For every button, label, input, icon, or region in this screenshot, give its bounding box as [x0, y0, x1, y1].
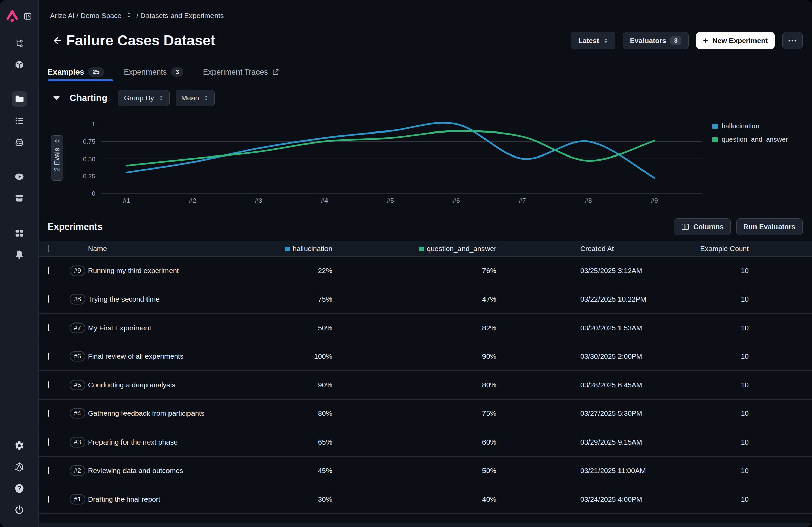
active-tab-indicator: [48, 79, 113, 81]
row-checkbox[interactable]: [48, 381, 49, 388]
evals-chart: 2 Evals 10.750.500.250#1#2#3#4#5#6#7#8#9…: [39, 115, 812, 216]
row-checkbox[interactable]: [48, 267, 49, 274]
question-and-answer-swatch: [419, 247, 424, 252]
svg-text:#8: #8: [585, 197, 592, 204]
main-content: Arize AI / Demo Space / Datasets and Exp…: [39, 0, 812, 527]
created-at: 03/29/2025 9:15AM: [580, 438, 642, 446]
page-header: Failure Cases Dataset Latest Evaluators …: [50, 31, 802, 50]
run-evaluators-button[interactable]: Run Evaluators: [736, 219, 802, 235]
integrations-icon[interactable]: [12, 460, 27, 475]
table-row[interactable]: #6 Final review of all experiments 100% …: [39, 343, 812, 371]
sidebar-item-playground[interactable]: [12, 169, 27, 184]
svg-text:0.25: 0.25: [83, 173, 96, 180]
row-checkbox[interactable]: [48, 324, 49, 331]
charting-controls: Charting Group By Mean: [54, 90, 215, 106]
breadcrumb-section[interactable]: / Datasets and Experiments: [136, 12, 223, 20]
sidebar-item-archive[interactable]: [12, 191, 27, 206]
evals-panel-toggle[interactable]: 2 Evals: [51, 135, 63, 181]
legend-item-question_and_answer[interactable]: question_and_answer: [712, 136, 788, 143]
svg-text:#2: #2: [189, 197, 196, 204]
sidebar-item-models[interactable]: [12, 57, 27, 72]
row-checkbox[interactable]: [48, 352, 49, 360]
experiments-table-body: #9 Running my third experiment 22% 76% 0…: [39, 257, 812, 514]
table-row[interactable]: #9 Running my third experiment 22% 76% 0…: [39, 257, 812, 285]
space-switcher-icon[interactable]: [126, 12, 132, 20]
table-footer-strip: [39, 523, 812, 527]
aggregation-select[interactable]: Mean: [176, 90, 215, 106]
svg-text:1: 1: [92, 121, 96, 128]
sidebar-divider: [12, 217, 27, 217]
ellipsis-icon: [788, 39, 797, 42]
evaluators-button[interactable]: Evaluators 3: [623, 32, 688, 49]
evals-chart-svg: 10.750.500.250#1#2#3#4#5#6#7#8#9: [39, 115, 812, 216]
row-checkbox[interactable]: [48, 296, 49, 303]
column-header-question-and-answer[interactable]: question_and_answer: [419, 245, 497, 253]
table-row[interactable]: #2 Reviewing data and outcomes 45% 50% 0…: [39, 457, 812, 485]
experiment-number-badge: #3: [70, 437, 85, 447]
svg-text:0.75: 0.75: [83, 138, 96, 145]
experiment-number-badge: #4: [70, 408, 85, 419]
column-header-name[interactable]: Name: [88, 245, 107, 253]
sidebar-divider: [12, 81, 27, 81]
sidebar-item-notifications[interactable]: [12, 247, 27, 262]
sidebar-item-apps[interactable]: [12, 225, 27, 241]
row-checkbox[interactable]: [48, 438, 49, 446]
row-checkbox[interactable]: [48, 410, 49, 417]
power-icon[interactable]: [12, 502, 27, 517]
column-header-hallucination[interactable]: hallucination: [285, 245, 332, 253]
sidebar-item-storage[interactable]: [12, 135, 27, 150]
experiment-number-badge: #8: [70, 294, 85, 304]
svg-text:#7: #7: [519, 197, 526, 204]
legend-label: hallucination: [722, 122, 759, 130]
settings-icon[interactable]: [12, 438, 27, 453]
legend-item-hallucination[interactable]: hallucination: [712, 122, 788, 130]
table-row[interactable]: #8 Trying the second time 75% 47% 03/22/…: [39, 285, 812, 314]
table-row[interactable]: #3 Preparing for the next phase 65% 60% …: [39, 428, 812, 457]
experiment-name[interactable]: Conducting a deep analysis: [88, 381, 175, 389]
table-row[interactable]: #7 My First Experiment 50% 82% 03/20/202…: [39, 314, 812, 343]
table-row[interactable]: #5 Conducting a deep analysis 90% 80% 03…: [39, 371, 812, 400]
group-by-select[interactable]: Group By: [118, 90, 170, 106]
back-button[interactable]: [50, 34, 63, 47]
hallucination-score: 90%: [318, 381, 332, 389]
column-header-created-at[interactable]: Created At: [580, 245, 614, 253]
experiment-name[interactable]: Running my third experiment: [88, 267, 179, 275]
sidebar-item-datasets[interactable]: [12, 91, 27, 107]
experiment-name[interactable]: Final review of all experiments: [88, 352, 183, 360]
arize-logo[interactable]: [6, 10, 18, 24]
collapse-charting-icon[interactable]: [54, 96, 60, 100]
column-header-example-count[interactable]: Example Count: [700, 245, 749, 253]
experiment-name[interactable]: Reviewing data and outcomes: [88, 466, 183, 475]
chevron-updown-icon: [159, 95, 164, 101]
sidebar-item-tracing[interactable]: [12, 35, 27, 51]
created-at: 03/20/2025 1:53AM: [580, 324, 642, 332]
tab-experiment-traces[interactable]: Experiment Traces: [203, 63, 279, 81]
breadcrumb-space[interactable]: Arize AI / Demo Space: [50, 12, 121, 20]
columns-button[interactable]: Columns: [674, 219, 731, 235]
help-icon[interactable]: ?: [12, 481, 27, 496]
collapse-sidebar-icon[interactable]: [23, 12, 32, 22]
experiments-table: Name hallucination question_and_answer C…: [39, 241, 812, 527]
tab-experiments[interactable]: Experiments 3: [124, 63, 183, 81]
row-checkbox[interactable]: [48, 496, 49, 503]
evaluators-count-badge: 3: [670, 36, 681, 45]
tab-examples[interactable]: Examples 25: [48, 63, 104, 81]
experiment-name[interactable]: Drafting the final report: [88, 495, 160, 503]
experiments-title: Experiments: [48, 222, 102, 232]
table-row[interactable]: #1 Drafting the final report 30% 40% 03/…: [39, 485, 812, 514]
legend-label: question_and_answer: [722, 136, 788, 143]
question-and-answer-score: 50%: [482, 466, 496, 475]
more-options-button[interactable]: [782, 32, 802, 49]
sidebar-item-prompts[interactable]: [12, 113, 27, 129]
select-all-checkbox[interactable]: [48, 245, 49, 252]
new-experiment-button[interactable]: + New Experiment: [696, 32, 775, 49]
row-checkbox[interactable]: [48, 467, 49, 474]
latest-dropdown[interactable]: Latest: [571, 32, 615, 49]
experiment-name[interactable]: My First Experiment: [88, 324, 151, 332]
experiment-name[interactable]: Gathering feedback from participants: [88, 409, 204, 418]
experiment-name[interactable]: Preparing for the next phase: [88, 438, 178, 446]
created-at: 03/21/2025 11:00AM: [580, 466, 646, 475]
table-row[interactable]: #4 Gathering feedback from participants …: [39, 400, 812, 428]
experiment-name[interactable]: Trying the second time: [88, 295, 160, 303]
question-and-answer-score: 76%: [482, 267, 496, 275]
